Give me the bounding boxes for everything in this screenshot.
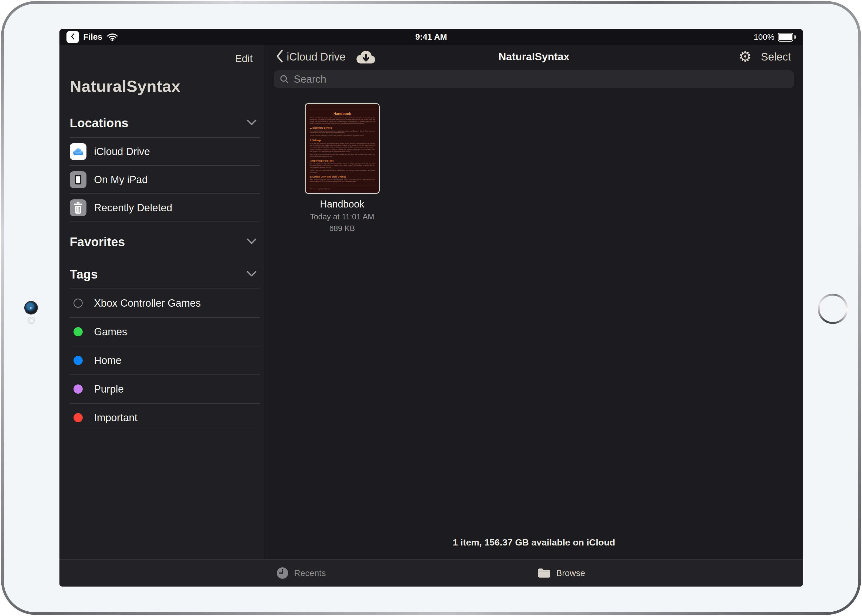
overlay-icon: ▤ bbox=[310, 176, 311, 178]
thumbnail-document-preview: Handbook Welcome to Natural Syntax, with… bbox=[306, 104, 379, 193]
thumb-paragraph: Note: some of the customization options … bbox=[310, 154, 374, 157]
storage-summary: 1 item, 156.37 GB available on iCloud bbox=[265, 537, 803, 548]
status-bar: Files 9:41 AM 100% bbox=[60, 29, 803, 45]
cloud-download-icon[interactable] bbox=[354, 49, 378, 65]
tags-section-header[interactable]: Tags bbox=[70, 267, 256, 281]
sidebar-item-on-my-ipad[interactable]: On My iPad bbox=[60, 166, 264, 193]
tag-label: Xbox Controller Games bbox=[94, 297, 201, 309]
navigation-bar: iCloud Drive NaturalSyntax bbox=[265, 45, 803, 69]
divider bbox=[70, 222, 260, 222]
tags-heading: Tags bbox=[70, 267, 98, 281]
sidebar-tag-home[interactable]: Home bbox=[60, 346, 264, 374]
icloud-drive-icon bbox=[70, 143, 87, 160]
thumb-title: Handbook bbox=[310, 112, 374, 116]
thumb-rule bbox=[310, 185, 374, 186]
search-icon bbox=[280, 75, 289, 84]
tag-circle-icon bbox=[74, 327, 83, 336]
front-camera-glint bbox=[30, 307, 31, 309]
file-name: Handbook bbox=[320, 199, 364, 210]
sidebar-tag-games[interactable]: Games bbox=[60, 318, 264, 346]
tag-label: Home bbox=[94, 355, 121, 366]
file-modified-date: Today at 11:01 AM bbox=[310, 212, 374, 222]
sidebar-tag-important[interactable]: Important bbox=[60, 404, 264, 432]
chevron-down-icon bbox=[247, 119, 256, 126]
thumb-paragraph: Pro tip: a number of people like to setu… bbox=[310, 149, 374, 152]
thumb-section-heading: ▤ Lexical Color and Style Overlay bbox=[310, 175, 374, 178]
thumb-heading-text: Importing ePub Files bbox=[311, 159, 333, 162]
sidebar-item-recently-deleted[interactable]: Recently Deleted bbox=[60, 194, 264, 222]
favorites-section-header[interactable]: Favorites bbox=[70, 234, 256, 249]
screen: Files 9:41 AM 100% Edit NaturalSyntax bbox=[60, 29, 803, 586]
sidebar-tag-xbox-controller-games[interactable]: Xbox Controller Games bbox=[60, 289, 264, 317]
favorites-heading: Favorites bbox=[70, 234, 125, 249]
thumb-paragraph: While you're reading your book, you can … bbox=[310, 179, 374, 183]
thumb-heading-text: Discovery Service bbox=[312, 127, 332, 129]
tag-label: Important bbox=[94, 412, 138, 424]
chevron-down-icon bbox=[247, 271, 256, 278]
thumb-section-heading: ☁ Discovery Service bbox=[310, 127, 374, 129]
folder-icon bbox=[538, 568, 551, 578]
search-bar[interactable] bbox=[274, 70, 794, 88]
select-button[interactable]: Select bbox=[761, 51, 791, 63]
tag-circle-icon bbox=[74, 356, 83, 365]
locations-heading: Locations bbox=[70, 116, 128, 130]
sidebar-tag-purple[interactable]: Purple bbox=[60, 375, 264, 403]
wifi-icon bbox=[107, 33, 118, 41]
back-to-app-button[interactable] bbox=[66, 31, 79, 43]
thumb-paragraph: You can import your own ePub files into … bbox=[310, 163, 374, 168]
battery-icon bbox=[778, 33, 793, 42]
thumb-paragraph: Please Note: The Discovery Service is on… bbox=[310, 135, 374, 137]
clock-icon bbox=[276, 567, 289, 579]
thumb-paragraph: Pro tip: If you only have your ePub file… bbox=[310, 170, 374, 173]
tag-circle-icon bbox=[74, 413, 83, 422]
sidebar: Edit NaturalSyntax Locations bbox=[60, 45, 265, 559]
tab-label: Browse bbox=[556, 568, 585, 578]
thumb-section-heading: ⤓ Importing ePub Files bbox=[310, 159, 374, 162]
import-icon: ⤓ bbox=[310, 160, 310, 162]
thumb-section-heading: ⚙ Settings bbox=[310, 139, 374, 141]
sidebar-item-label: iCloud Drive bbox=[94, 146, 150, 157]
tag-circle-icon bbox=[74, 385, 83, 394]
thumb-closing: Thanks for using Natural Syntax! bbox=[310, 188, 374, 190]
thumb-paragraph: At the top right of both the file browse… bbox=[310, 142, 374, 148]
search-input[interactable] bbox=[293, 73, 788, 85]
back-button-label: iCloud Drive bbox=[287, 51, 346, 63]
status-app-label: Files bbox=[83, 32, 102, 42]
thumb-paragraph: At the top left of the file browser, you… bbox=[310, 130, 374, 134]
home-button[interactable] bbox=[818, 294, 848, 324]
folder-title: NaturalSyntax bbox=[499, 51, 569, 63]
divider bbox=[70, 432, 260, 432]
tab-label: Recents bbox=[294, 568, 326, 578]
tab-browse[interactable]: Browse bbox=[538, 568, 585, 578]
battery-percent: 100% bbox=[753, 32, 774, 42]
settings-gear-icon[interactable]: ⚙ bbox=[739, 49, 752, 64]
file-grid: Handbook Welcome to Natural Syntax, with… bbox=[265, 88, 803, 559]
gear-icon: ⚙ bbox=[310, 139, 311, 141]
chevron-down-icon bbox=[247, 238, 256, 245]
edit-button[interactable]: Edit bbox=[235, 53, 253, 64]
back-chevron-icon bbox=[276, 50, 283, 64]
file-item-handbook[interactable]: Handbook Welcome to Natural Syntax, with… bbox=[295, 103, 389, 233]
file-thumbnail[interactable]: Handbook Welcome to Natural Syntax, with… bbox=[305, 103, 380, 194]
tag-label: Purple bbox=[94, 383, 124, 395]
battery-tip bbox=[794, 35, 796, 39]
file-size: 689 KB bbox=[329, 224, 355, 233]
tag-circle-icon bbox=[74, 299, 83, 308]
sidebar-item-icloud-drive[interactable]: iCloud Drive bbox=[60, 138, 264, 165]
tab-recents[interactable]: Recents bbox=[276, 567, 326, 579]
sidebar-item-label: Recently Deleted bbox=[94, 202, 172, 214]
ipad-icon bbox=[70, 171, 87, 188]
thumb-heading-text: Lexical Color and Style Overlay bbox=[312, 175, 346, 178]
back-button[interactable]: iCloud Drive bbox=[276, 50, 346, 64]
tag-label: Games bbox=[94, 326, 127, 338]
status-time: 9:41 AM bbox=[415, 32, 447, 42]
locations-section-header[interactable]: Locations bbox=[70, 116, 256, 130]
trash-icon bbox=[70, 200, 87, 216]
file-browser-main: iCloud Drive NaturalSyntax bbox=[265, 45, 803, 559]
ambient-sensor bbox=[28, 317, 35, 324]
tab-bar: Recents Browse bbox=[60, 559, 803, 586]
thumb-heading-text: Settings bbox=[312, 139, 321, 141]
thumb-paragraph: Welcome to Natural Syntax, within it you… bbox=[310, 117, 374, 124]
sidebar-app-title: NaturalSyntax bbox=[70, 77, 264, 96]
back-chevron-icon bbox=[71, 33, 75, 41]
